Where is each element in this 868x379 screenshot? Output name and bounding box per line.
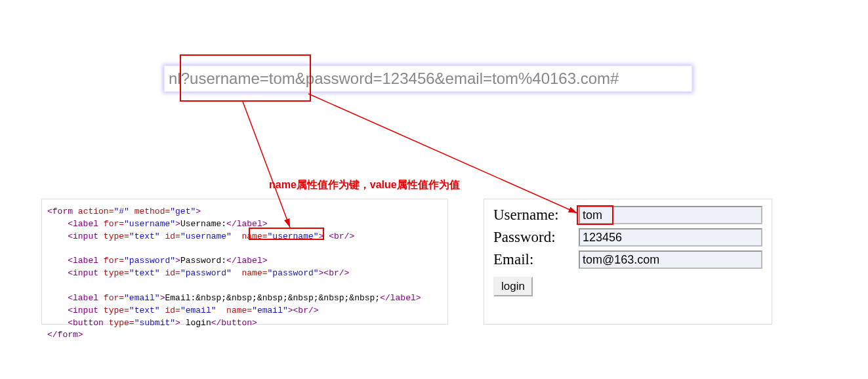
svg-line-1	[308, 94, 577, 213]
url-text-pre: nl?	[165, 70, 190, 88]
email-label: Email:	[493, 251, 579, 268]
email-input[interactable]	[579, 250, 762, 269]
url-text-highlighted: username=tom	[190, 70, 295, 88]
form-panel: Username: Password: Email: login	[484, 199, 772, 325]
username-label: Username:	[493, 207, 579, 224]
password-input[interactable]	[579, 228, 762, 247]
code-panel: <form action="#" method="get"> <label fo…	[41, 199, 448, 325]
login-button[interactable]: login	[493, 277, 533, 296]
username-input[interactable]	[579, 206, 762, 224]
password-label: Password:	[493, 229, 579, 246]
url-bar: nl? username=tom &password=123456&email=…	[164, 66, 692, 92]
url-text-post: &password=123456&email=tom%40163.com#	[295, 70, 619, 88]
annotation-text: name属性值作为键，value属性值作为值	[269, 178, 460, 192]
